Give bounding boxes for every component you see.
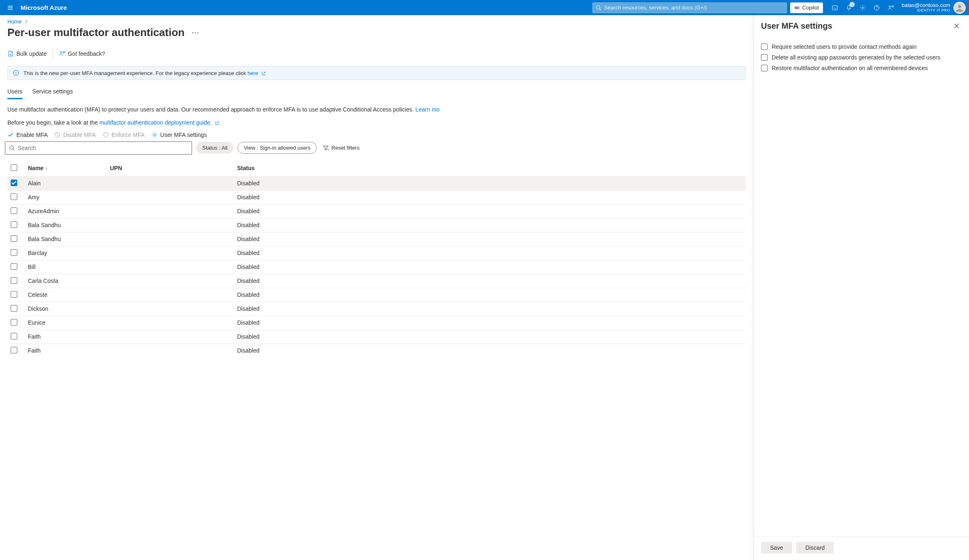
cell-name: Amy	[25, 190, 107, 204]
info-banner: This is the new per-user MFA management …	[7, 66, 746, 80]
user-mfa-settings-button[interactable]: User MFA settings	[151, 132, 207, 138]
help-button[interactable]	[870, 1, 884, 15]
bulk-update-button[interactable]: Bulk update	[7, 50, 47, 57]
disable-mfa-button: Disable MFA	[54, 132, 96, 138]
table-row[interactable]: Bala SandhuDisabled	[7, 218, 746, 232]
bulk-update-icon	[7, 50, 14, 57]
cell-status: Disabled	[234, 288, 746, 302]
copilot-button[interactable]: Copilot	[790, 2, 823, 13]
global-search-input[interactable]	[604, 5, 784, 11]
svg-point-6	[889, 6, 891, 7]
cell-upn	[107, 288, 234, 302]
enforce-mfa-label: Enforce MFA	[112, 132, 145, 138]
feedback-label: Got feedback?	[68, 50, 105, 57]
view-filter-pill[interactable]: View : Sign-in allowed users	[238, 142, 316, 154]
notifications-button[interactable]: 1	[842, 1, 856, 15]
check-icon	[7, 132, 14, 138]
col-upn-header[interactable]: UPN	[107, 160, 234, 177]
avatar[interactable]	[953, 2, 966, 14]
user-mfa-settings-label: User MFA settings	[160, 132, 207, 138]
row-checkbox[interactable]	[11, 263, 17, 270]
enable-mfa-button[interactable]: Enable MFA	[7, 132, 48, 138]
settings-button[interactable]	[856, 1, 870, 15]
cloud-shell-button[interactable]	[828, 1, 842, 15]
global-search[interactable]	[592, 2, 787, 13]
tab-service-settings[interactable]: Service settings	[32, 86, 73, 99]
tab-users[interactable]: Users	[7, 86, 23, 99]
option-delete-app-pw-label: Delete all existing app passwords genera…	[772, 54, 940, 61]
cell-name: Alain	[25, 176, 107, 190]
account-info[interactable]: balas@contoso.com IDENTITY IT PRO	[902, 2, 950, 12]
mfa-settings-panel: User MFA settings Require selected users…	[753, 15, 969, 357]
table-row[interactable]: BarclayDisabled	[7, 246, 746, 260]
brand-label[interactable]: Microsoft Azure	[21, 4, 67, 11]
breadcrumb-home[interactable]: Home	[7, 18, 22, 25]
table-row[interactable]: AlainDisabled	[7, 176, 746, 190]
account-tenant: IDENTITY IT PRO	[902, 9, 950, 13]
table-row[interactable]: DicksonDisabled	[7, 302, 746, 316]
option-delete-app-pw[interactable]: Delete all existing app passwords genera…	[761, 52, 962, 63]
user-search-input[interactable]	[18, 145, 188, 151]
table-row[interactable]: EuniceDisabled	[7, 316, 746, 330]
col-status-header[interactable]: Status	[234, 160, 746, 177]
cell-name: AzureAdmin	[25, 204, 107, 218]
command-bar: Bulk update Got feedback?	[0, 46, 753, 61]
svg-point-4	[862, 7, 864, 9]
page-title-more[interactable]	[190, 28, 200, 38]
table-row[interactable]: AmyDisabled	[7, 190, 746, 204]
cell-name: Dickson	[25, 302, 107, 316]
cell-status: Disabled	[234, 274, 746, 288]
checkbox-delete-app-pw[interactable]	[761, 54, 768, 61]
row-checkbox[interactable]	[11, 277, 17, 284]
checkbox-restore-mfa[interactable]	[761, 65, 768, 71]
row-checkbox[interactable]	[11, 305, 17, 312]
cell-upn	[107, 190, 234, 204]
feedback-button[interactable]	[884, 1, 898, 15]
table-row[interactable]: BillDisabled	[7, 260, 746, 274]
option-require-contact-label: Require selected users to provide contac…	[772, 43, 916, 50]
row-checkbox[interactable]	[11, 235, 17, 242]
disable-mfa-label: Disable MFA	[63, 132, 96, 138]
search-icon	[595, 5, 602, 11]
row-checkbox[interactable]	[11, 180, 17, 186]
account-email: balas@contoso.com	[902, 2, 950, 8]
external-link-icon	[215, 121, 219, 125]
chevron-right-icon	[24, 20, 28, 24]
cell-upn	[107, 316, 234, 330]
panel-close-button[interactable]	[952, 21, 962, 31]
table-row[interactable]: CelesteDisabled	[7, 288, 746, 302]
user-search[interactable]	[5, 141, 192, 155]
row-checkbox[interactable]	[11, 319, 17, 326]
status-filter-pill[interactable]: Status : All	[196, 142, 233, 154]
avatar-icon	[955, 3, 964, 12]
top-bar: Microsoft Azure Copilot 1 balas@contoso.…	[0, 0, 969, 15]
hamburger-menu[interactable]	[3, 1, 17, 15]
table-row[interactable]: Carla CostaDisabled	[7, 274, 746, 288]
row-checkbox[interactable]	[11, 193, 17, 200]
feedback-link[interactable]: Got feedback?	[59, 50, 105, 57]
select-all-checkbox[interactable]	[11, 164, 17, 171]
table-row[interactable]: FaithDisabled	[7, 344, 746, 357]
table-row[interactable]: Bala SandhuDisabled	[7, 232, 746, 246]
reset-filters-button[interactable]: Reset filters	[322, 145, 360, 151]
enable-mfa-label: Enable MFA	[16, 132, 48, 138]
option-restore-mfa[interactable]: Restore multifactor authentication on al…	[761, 63, 962, 73]
desc-learn-more-link[interactable]: Learn mo	[416, 106, 440, 113]
col-name-header[interactable]: Name↑	[25, 160, 107, 177]
row-checkbox[interactable]	[11, 249, 17, 256]
row-checkbox[interactable]	[11, 291, 17, 298]
row-checkbox[interactable]	[11, 333, 17, 339]
cell-upn	[107, 204, 234, 218]
option-require-contact[interactable]: Require selected users to provide contac…	[761, 41, 962, 52]
checkbox-require-contact[interactable]	[761, 43, 768, 50]
table-row[interactable]: AzureAdminDisabled	[7, 204, 746, 218]
row-checkbox[interactable]	[11, 207, 17, 214]
description: Use multifactor authentication (MFA) to …	[0, 99, 753, 127]
desc-line1: Use multifactor authentication (MFA) to …	[7, 106, 416, 113]
svg-point-8	[192, 32, 194, 33]
table-row[interactable]: FaithDisabled	[7, 330, 746, 344]
banner-link[interactable]: here	[247, 70, 258, 76]
row-checkbox[interactable]	[11, 347, 17, 353]
desc-guide-link[interactable]: multifactor authentication deployment gu…	[99, 119, 212, 126]
row-checkbox[interactable]	[11, 221, 17, 228]
